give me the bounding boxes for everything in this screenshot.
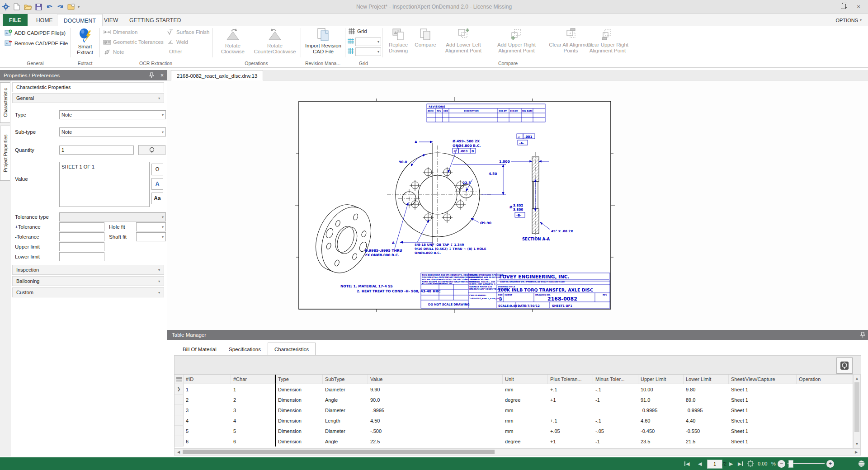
side-tab-characteristic[interactable]: Characteristic <box>0 82 10 123</box>
table-row[interactable]: 22 DimensionAngle 90.0degree +1-1 91.089… <box>175 395 853 405</box>
column-header-upper-limit[interactable]: Upper Limit <box>638 375 684 384</box>
scroll-up-icon[interactable]: ▲ <box>854 375 860 382</box>
add-upper-right-alignment-button[interactable]: Add Upper Right Alignment Point <box>491 28 542 54</box>
tab-specifications[interactable]: Specifications <box>222 343 267 355</box>
grid-rows-dropdown[interactable]: ▾ <box>355 38 381 46</box>
previous-page-button[interactable]: ◀ <box>698 457 702 470</box>
column-header-id[interactable]: #ID <box>184 375 231 384</box>
import-revision-button[interactable]: Import Revision CAD File <box>303 28 344 55</box>
lower-limit-input[interactable] <box>59 252 104 261</box>
ocr-dimension-button[interactable]: Dimension <box>103 29 137 35</box>
side-tab-project-properties[interactable]: Project Properties <box>0 126 10 181</box>
column-header-subtype[interactable]: SubType <box>323 375 368 384</box>
first-page-button[interactable]: ◀ <box>684 457 689 470</box>
undo-icon[interactable] <box>45 3 53 11</box>
redo-icon[interactable] <box>56 3 64 11</box>
hole-fit-dropdown[interactable]: ▾ <box>136 222 166 231</box>
font-button[interactable]: A <box>151 178 163 190</box>
quantity-balloon-button[interactable] <box>138 145 165 155</box>
drawing-canvas[interactable]: REVISIONS ZONE REV ECO DESCRIPTION CHG B… <box>167 80 868 332</box>
close-button[interactable]: × <box>853 2 864 11</box>
section-custom[interactable]: Custom ▾ <box>12 287 164 297</box>
status-corner-icon[interactable] <box>858 457 865 470</box>
row-selector[interactable] <box>175 415 184 426</box>
qat-customize-caret-icon[interactable]: ▾ <box>78 5 80 9</box>
ocr-geometric-tolerances-button[interactable]: Geometric Tolerances <box>103 39 164 45</box>
tolerance-type-dropdown[interactable]: ▾ <box>59 212 166 221</box>
remove-cad-pdf-button[interactable]: Remove CAD/PDF File <box>5 40 68 47</box>
column-header-value[interactable]: Value <box>368 375 503 384</box>
table-row[interactable]: 44 DimensionLength 4.50mm +.1-.1 4.604.4… <box>175 415 853 426</box>
ocr-surface-finish-button[interactable]: Surface Finish <box>166 29 210 35</box>
section-general[interactable]: General ▾ <box>12 93 164 103</box>
open-file-icon[interactable] <box>24 3 32 11</box>
quantity-input[interactable] <box>59 146 134 155</box>
balloon-style-button[interactable] <box>836 357 853 374</box>
tab-document[interactable]: DOCUMENT <box>57 14 103 27</box>
clear-upper-right-alignment-button[interactable]: Clear Upper Right Alignment Point <box>582 28 633 54</box>
ocr-note-button[interactable]: Note <box>103 49 124 55</box>
save-icon[interactable] <box>34 3 42 11</box>
symbol-omega-button[interactable]: Ω <box>151 164 163 175</box>
fit-to-window-button[interactable] <box>747 457 754 470</box>
plus-tolerance-input[interactable] <box>59 222 104 231</box>
column-header-minus-tolerance[interactable]: Minus Toler... <box>593 375 638 384</box>
minus-tolerance-input[interactable] <box>59 232 104 241</box>
page-number-input[interactable] <box>707 460 722 469</box>
restore-button[interactable] <box>837 2 849 11</box>
pin-icon[interactable] <box>149 72 154 78</box>
table-row[interactable]: ❯ 11 DimensionDiameter 9.90mm +.1-.1 10.… <box>175 384 853 395</box>
document-tab[interactable]: 2168-0082_react_axle_disc.drw.13 <box>171 70 263 81</box>
tab-getting-started[interactable]: GETTING STARTED <box>123 14 188 26</box>
options-menu[interactable]: OPTIONS ▾ <box>835 14 862 26</box>
subtype-dropdown[interactable]: Note▾ <box>59 127 166 136</box>
scroll-down-icon[interactable]: ▼ <box>854 440 860 447</box>
type-dropdown[interactable]: Note▾ <box>59 110 166 119</box>
tab-home[interactable]: HOME <box>30 14 59 26</box>
horizontal-scroll-thumb[interactable] <box>183 450 495 454</box>
panel-close-icon[interactable]: × <box>160 72 164 79</box>
column-header-lower-limit[interactable]: Lower Limit <box>684 375 729 384</box>
last-page-button[interactable]: ▶ <box>738 457 743 470</box>
row-selector[interactable] <box>175 405 184 415</box>
table-row[interactable]: 55 DimensionDiameter -.500mm +.05-.05 -0… <box>175 426 853 436</box>
replace-drawing-button[interactable]: Replace Drawing <box>384 28 412 54</box>
row-selector[interactable]: ❯ <box>175 384 184 395</box>
vertical-scroll-thumb[interactable] <box>854 382 859 432</box>
zoom-in-button[interactable]: + <box>826 457 834 470</box>
table-row[interactable]: 66 DimensionAngle 22.5degree +1-1 23.521… <box>175 436 853 446</box>
column-header-unit[interactable]: Unit <box>503 375 548 384</box>
rotate-counterclockwise-button[interactable]: Rotate CounterClockwise <box>251 28 298 55</box>
section-ballooning[interactable]: Ballooning ▾ <box>12 276 164 286</box>
table-row[interactable]: 33 DimensionDiameter -.9995mm -0.9995-0.… <box>175 405 853 415</box>
table-manager-pin-icon[interactable] <box>860 332 865 338</box>
column-header-plus-tolerance[interactable]: Plus Toleran... <box>548 375 593 384</box>
new-file-icon[interactable] <box>13 3 21 11</box>
zoom-out-button[interactable]: − <box>778 457 785 470</box>
column-header-char[interactable]: #Char <box>231 375 275 384</box>
column-header-type[interactable]: Type <box>275 375 323 384</box>
column-header-sheet[interactable]: Sheet/View/Capture <box>729 375 797 384</box>
scroll-right-icon[interactable]: ▶ <box>853 449 860 455</box>
rotate-clockwise-button[interactable]: Rotate Clockwise <box>216 28 250 55</box>
case-button[interactable]: Aa <box>151 193 163 204</box>
add-folder-icon[interactable] <box>67 3 75 11</box>
grid-toggle-button[interactable]: Grid <box>349 28 367 34</box>
upper-limit-input[interactable] <box>59 242 104 251</box>
table-vertical-scrollbar[interactable]: ▲ ▼ <box>853 374 861 448</box>
next-page-button[interactable]: ▶ <box>729 457 733 470</box>
smart-extract-button[interactable]: Smart Extract <box>72 28 98 56</box>
value-textarea[interactable]: SHEET 1 OF 1 <box>59 162 150 207</box>
tab-file[interactable]: FILE <box>3 14 28 26</box>
minimize-button[interactable]: – <box>822 2 834 11</box>
tab-bill-of-material[interactable]: Bill Of Material <box>176 343 223 355</box>
row-selector[interactable] <box>175 436 184 446</box>
tab-view[interactable]: VIEW <box>98 14 124 26</box>
row-selector[interactable] <box>175 395 184 405</box>
tab-characteristics[interactable]: Characteristics <box>268 343 316 356</box>
grid-cols-dropdown[interactable]: ▾ <box>355 47 381 56</box>
table-horizontal-scrollbar[interactable]: ◀ ▶ <box>174 448 861 456</box>
section-inspection[interactable]: Inspection ▾ <box>12 265 164 275</box>
ocr-weld-button[interactable]: Weld <box>166 39 188 45</box>
column-header-operation[interactable]: Operation <box>797 375 854 384</box>
